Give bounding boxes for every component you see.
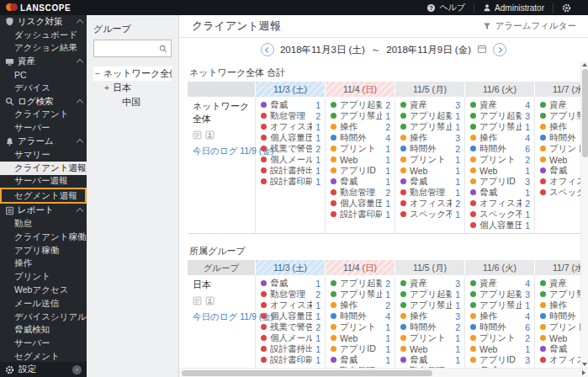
alarm-count-link[interactable]: 1: [455, 122, 460, 132]
sidebar-section-header[interactable]: レポート: [0, 204, 87, 217]
alarm-count-link[interactable]: 1: [315, 122, 320, 132]
alarm-count-link[interactable]: 1: [525, 188, 530, 198]
group-tree-item[interactable]: −ネットワーク全体: [93, 66, 172, 81]
alarm-count-link[interactable]: 2: [315, 144, 320, 154]
alarm-count-link[interactable]: 2: [385, 122, 390, 132]
alarm-count-link[interactable]: 4: [385, 133, 390, 143]
alarm-count-link[interactable]: 2: [455, 322, 460, 332]
vertical-scrollbar[interactable]: [580, 61, 588, 368]
alarm-count-link[interactable]: 1: [385, 166, 390, 176]
alarm-count-link[interactable]: 1: [315, 177, 320, 187]
alarm-count-link[interactable]: 1: [455, 155, 460, 165]
alarm-count-link[interactable]: 2: [315, 289, 320, 300]
alarm-count-link[interactable]: 3: [525, 355, 530, 365]
alarm-count-link[interactable]: 1: [455, 188, 460, 198]
alarm-count-link[interactable]: 2: [385, 100, 390, 110]
sidebar-item[interactable]: PC: [0, 68, 87, 82]
alarm-count-link[interactable]: 3: [455, 100, 460, 110]
alarm-count-link[interactable]: 3: [455, 133, 460, 143]
alarm-count-link[interactable]: 1: [525, 344, 530, 354]
alarm-count-link[interactable]: 1: [385, 210, 390, 220]
scroll-right-arrow-icon[interactable]: [582, 370, 585, 375]
alarm-count-link[interactable]: 1: [385, 177, 390, 187]
sidebar-item[interactable]: デバイス: [0, 82, 87, 95]
alarm-count-link[interactable]: 2: [385, 188, 390, 198]
scroll-down-arrow-icon[interactable]: [582, 363, 587, 366]
sidebar-item[interactable]: サーバー: [0, 337, 87, 350]
alarm-count-link[interactable]: 6: [525, 144, 530, 154]
alarm-count-link[interactable]: 1: [385, 322, 390, 332]
tree-toggle-icon[interactable]: −: [94, 69, 101, 78]
alarm-count-link[interactable]: 1: [385, 333, 390, 343]
sidebar-item[interactable]: サーバー: [0, 121, 87, 135]
sidebar-item[interactable]: セグメント週報: [0, 188, 87, 204]
log-list-icon[interactable]: [193, 128, 202, 143]
group-tree-item[interactable]: +日本: [93, 81, 172, 95]
alarm-count-link[interactable]: 1: [315, 311, 320, 321]
alarm-count-link[interactable]: 1: [455, 177, 460, 187]
alarm-count-link[interactable]: 2: [315, 111, 320, 121]
alarm-count-link[interactable]: 2: [385, 300, 390, 311]
alarm-count-link[interactable]: 2: [455, 144, 460, 154]
alarm-count-link[interactable]: 1: [315, 166, 320, 176]
sidebar-item[interactable]: デバイスシリアル: [0, 311, 87, 324]
sidebar-collapse-button[interactable]: ‹: [72, 365, 82, 374]
alarm-count-link[interactable]: 4: [525, 133, 530, 143]
alarm-count-link[interactable]: 6: [525, 322, 530, 332]
log-list-icon[interactable]: [193, 294, 202, 309]
alarm-filter-button[interactable]: アラームフィルター: [483, 20, 576, 32]
alarm-count-link[interactable]: 1: [455, 166, 460, 176]
sidebar-section-header[interactable]: アラーム: [0, 135, 87, 148]
alarm-count-link[interactable]: 1: [315, 155, 320, 165]
alarm-count-link[interactable]: 2: [385, 279, 390, 289]
vertical-scrollbar-thumb[interactable]: [582, 69, 588, 157]
sidebar-item[interactable]: サーバー週報: [0, 175, 87, 188]
alarm-count-link[interactable]: 3: [455, 311, 460, 321]
alarm-count-link[interactable]: 1: [525, 220, 530, 231]
alarm-count-link[interactable]: 1: [455, 300, 460, 311]
alarm-count-link[interactable]: 1: [525, 300, 530, 311]
sidebar-item[interactable]: アプリ稼働: [0, 244, 87, 258]
alarm-count-link[interactable]: 3: [455, 279, 460, 289]
device-user-icon[interactable]: [205, 294, 215, 309]
alarm-count-link[interactable]: 2: [525, 155, 530, 165]
sidebar-section-header[interactable]: リスク対策: [0, 15, 87, 29]
alarm-count-link[interactable]: 1: [385, 289, 390, 300]
group-search-input[interactable]: [98, 43, 159, 54]
alarm-count-link[interactable]: 1: [315, 333, 320, 343]
alarm-count-link[interactable]: 4: [525, 311, 530, 321]
alarm-count-link[interactable]: 1: [455, 210, 460, 220]
alarm-count-link[interactable]: 1: [525, 210, 530, 220]
alarm-count-link[interactable]: 1: [385, 155, 390, 165]
alarm-count-link[interactable]: 1: [455, 111, 460, 121]
alarm-count-link[interactable]: 4: [525, 279, 530, 289]
horizontal-scrollbar-thumb[interactable]: [182, 370, 432, 376]
help-button[interactable]: ? ヘルプ: [418, 2, 474, 13]
alarm-count-link[interactable]: 3: [525, 289, 530, 300]
sidebar-item[interactable]: 脅威検知: [0, 324, 87, 337]
today-log-link[interactable]: 今日のログ 11/9 (金): [193, 311, 250, 323]
alarm-count-link[interactable]: 1: [385, 344, 390, 354]
group-tree-item[interactable]: 中国: [93, 95, 172, 109]
alarm-count-link[interactable]: 1: [525, 122, 530, 132]
alarm-count-link[interactable]: 4: [525, 100, 530, 110]
sidebar-item[interactable]: 勤怠: [0, 217, 87, 231]
alarm-count-link[interactable]: 2: [455, 199, 460, 209]
alarm-count-link[interactable]: 1: [315, 344, 320, 354]
sidebar-item[interactable]: セグメント: [0, 350, 87, 362]
sidebar-item[interactable]: クライアント週報: [0, 162, 87, 175]
alarm-count-link[interactable]: 1: [315, 300, 320, 311]
scroll-up-arrow-icon[interactable]: [582, 63, 587, 66]
alarm-count-link[interactable]: 1: [315, 100, 320, 110]
alarm-count-link[interactable]: 1: [455, 355, 460, 365]
horizontal-scrollbar[interactable]: [179, 368, 588, 377]
alarm-count-link[interactable]: 1: [385, 111, 390, 121]
sidebar-item[interactable]: アクション結果: [0, 42, 87, 56]
prev-week-button[interactable]: [261, 43, 274, 56]
alarm-count-link[interactable]: 4: [385, 311, 390, 321]
alarm-count-link[interactable]: 1: [315, 133, 320, 143]
alarm-count-link[interactable]: 3: [525, 111, 530, 121]
sidebar-item[interactable]: プリント: [0, 270, 87, 284]
alarm-count-link[interactable]: 1: [385, 144, 390, 154]
alarm-count-link[interactable]: 1: [455, 333, 460, 343]
